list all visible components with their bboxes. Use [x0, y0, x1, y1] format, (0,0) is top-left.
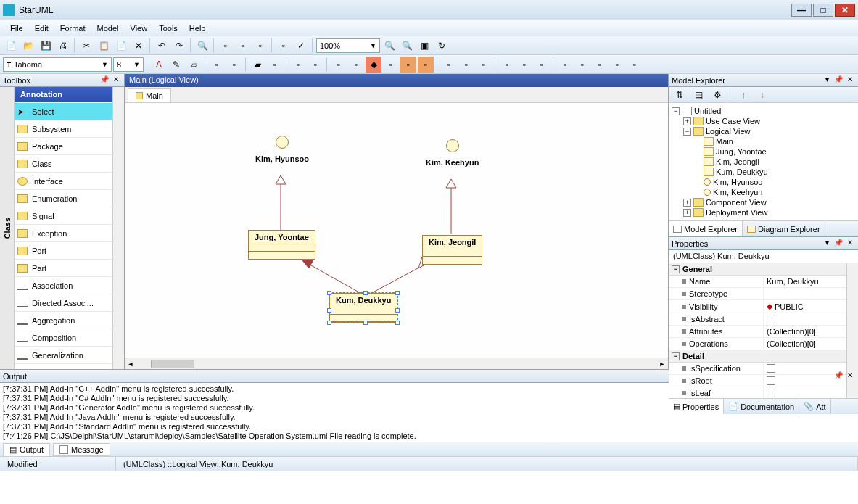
tool-a[interactable]: ▫: [218, 38, 234, 54]
paste-button[interactable]: 📄: [113, 38, 129, 54]
tool-b[interactable]: ▫: [235, 38, 251, 54]
expand-icon[interactable]: +: [683, 199, 691, 207]
toolbox-category-tab[interactable]: Class: [0, 87, 15, 369]
tool-class[interactable]: Class: [15, 155, 112, 173]
style-a[interactable]: ▫: [209, 57, 225, 73]
tool-interface[interactable]: Interface: [15, 173, 112, 190]
uml-class[interactable]: Kim, Jeongil: [422, 235, 482, 265]
style-i[interactable]: ▫: [383, 57, 399, 73]
tree-node[interactable]: Kim, Keehyun: [672, 187, 855, 197]
font-color-button[interactable]: A: [151, 57, 167, 73]
tree-node[interactable]: +Deployment View: [672, 207, 855, 218]
tool-aggregation[interactable]: Aggregation: [15, 312, 112, 329]
tab-model-explorer[interactable]: Model Explorer: [669, 221, 743, 236]
undo-button[interactable]: ↶: [154, 38, 170, 54]
prop-row-isabstract[interactable]: IsAbstract: [669, 313, 846, 326]
tree-node[interactable]: Jung, Yoontae: [672, 146, 855, 157]
align-b[interactable]: ▫: [458, 57, 474, 73]
fill-color-button[interactable]: ▰: [249, 57, 265, 73]
tool-composition[interactable]: Composition: [15, 329, 112, 347]
font-size-combo[interactable]: 8 ▼: [113, 57, 144, 72]
maximize-button[interactable]: □: [813, 4, 833, 17]
uml-actor[interactable]: Kim, Hyunsoo: [255, 136, 309, 163]
save-button[interactable]: 💾: [38, 38, 54, 54]
pin-icon[interactable]: 📌: [99, 75, 110, 86]
tool-exception[interactable]: Exception: [15, 225, 112, 242]
menu-view[interactable]: View: [125, 22, 154, 35]
collapse-icon[interactable]: −: [672, 265, 680, 273]
menu-tools[interactable]: Tools: [153, 22, 183, 35]
scrollbar[interactable]: [112, 87, 124, 369]
resize-handle[interactable]: [363, 321, 368, 325]
uml-class-selected[interactable]: Kum, Deukkyu: [329, 293, 397, 323]
tool-signal[interactable]: Signal: [15, 207, 112, 225]
tool-enumeration[interactable]: Enumeration: [15, 190, 112, 207]
style-c[interactable]: ▫: [267, 57, 283, 73]
tree-node[interactable]: +Component View: [672, 197, 855, 207]
open-button[interactable]: 📂: [20, 38, 36, 54]
tool-directed-assoc[interactable]: Directed Associ...: [15, 294, 112, 312]
resize-handle[interactable]: [327, 291, 331, 295]
toolbox-category-header[interactable]: Annotation: [15, 87, 112, 103]
prop-row-isleaf[interactable]: IsLeaf: [669, 387, 846, 398]
scroll-right-icon[interactable]: ►: [656, 360, 668, 368]
align-e[interactable]: ▫: [516, 57, 532, 73]
font-combo[interactable]: ᴛ Tahoma ▼: [3, 57, 112, 72]
menu-model[interactable]: Model: [91, 22, 125, 35]
copy-button[interactable]: 📋: [96, 38, 112, 54]
close-icon[interactable]: ✕: [845, 239, 855, 249]
highlight-button[interactable]: ✎: [168, 57, 184, 73]
redo-button[interactable]: ↷: [171, 38, 187, 54]
resize-handle[interactable]: [327, 321, 331, 325]
collapse-icon[interactable]: −: [683, 128, 691, 136]
tool-association[interactable]: Association: [15, 277, 112, 294]
align-d[interactable]: ▫: [499, 57, 515, 73]
align-h[interactable]: ▫: [574, 57, 590, 73]
tab-output[interactable]: ▤Output: [3, 443, 50, 457]
tree-node[interactable]: Kim, Hyunsoo: [672, 177, 855, 187]
resize-handle[interactable]: [327, 308, 331, 313]
tab-documentation[interactable]: 📄Documentation: [724, 399, 799, 414]
tool-c[interactable]: ▫: [252, 38, 268, 54]
down-button[interactable]: ↓: [754, 87, 770, 103]
prop-row-attributes[interactable]: Attributes(Collection)[0]: [669, 326, 846, 338]
settings-button[interactable]: ⚙: [709, 87, 725, 103]
pin-icon[interactable]: 📌: [833, 371, 843, 381]
new-button[interactable]: 📄: [3, 38, 19, 54]
tool-subsystem[interactable]: Subsystem: [15, 120, 112, 138]
tree-node[interactable]: +Use Case View: [672, 116, 855, 126]
resize-handle[interactable]: [395, 308, 400, 313]
scroll-thumb[interactable]: [151, 360, 194, 368]
canvas[interactable]: Kim, Hyunsoo Kim, Keehyun Jung, Yoontae …: [125, 103, 668, 358]
expand-icon[interactable]: +: [683, 117, 691, 125]
resize-handle[interactable]: [363, 291, 368, 295]
prop-row-visibility[interactable]: Visibility◆PUBLIC: [669, 300, 846, 313]
tool-port[interactable]: Port: [15, 242, 112, 260]
uml-class[interactable]: Jung, Yoontae: [248, 230, 315, 260]
close-button[interactable]: ✕: [835, 4, 855, 17]
prop-row-name[interactable]: NameKum, Deukkyu: [669, 276, 846, 288]
close-icon[interactable]: ✕: [845, 371, 855, 381]
style-g[interactable]: ▫: [348, 57, 364, 73]
style-e[interactable]: ▫: [308, 57, 323, 73]
pin-icon[interactable]: 📌: [833, 239, 843, 249]
tab-message[interactable]: Message: [53, 443, 110, 456]
refresh-button[interactable]: ↻: [434, 38, 450, 54]
tool-part[interactable]: Part: [15, 260, 112, 277]
tree-node[interactable]: Main: [672, 136, 855, 146]
uml-actor[interactable]: Kim, Keehyun: [426, 139, 479, 167]
align-i[interactable]: ▫: [592, 57, 608, 73]
style-h[interactable]: ◆: [366, 57, 381, 73]
style-j[interactable]: ▫: [400, 57, 416, 73]
close-icon[interactable]: ✕: [845, 75, 855, 86]
checkbox[interactable]: [767, 315, 775, 323]
zoom-out-button[interactable]: 🔍: [381, 38, 397, 54]
collapse-icon[interactable]: −: [672, 352, 680, 360]
tool-e[interactable]: ✓: [293, 38, 309, 54]
find-button[interactable]: 🔍: [194, 38, 210, 54]
tool-d[interactable]: ▫: [276, 38, 292, 54]
align-j[interactable]: ▫: [609, 57, 625, 73]
expand-icon[interactable]: +: [683, 209, 691, 217]
align-a[interactable]: ▫: [441, 57, 457, 73]
style-k[interactable]: ▫: [418, 57, 434, 73]
